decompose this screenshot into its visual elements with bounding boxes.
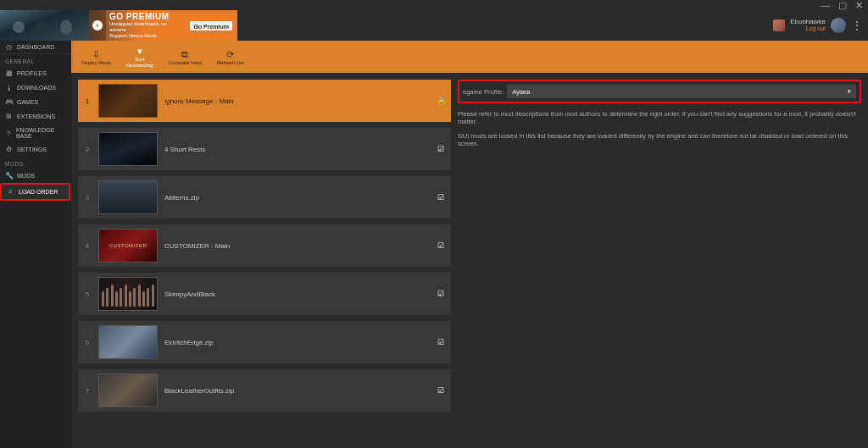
compare-view-button[interactable]: ⧉Compare View: [165, 47, 205, 67]
menu-more-icon[interactable]: ⋮: [851, 19, 861, 32]
mod-name: BlackLeatherOutfits.zip: [164, 387, 429, 395]
main-area: ⇩Deploy Mods ▾SortDescending ⧉Compare Vi…: [71, 41, 868, 448]
user-area: Ebonhawke Log out ⋮: [766, 10, 868, 41]
row-index: 1: [83, 97, 92, 105]
mod-name: AllItems.zip: [164, 194, 429, 202]
sidebar-section-general: GENERAL: [0, 54, 70, 66]
svg-point-1: [13, 21, 25, 33]
help-text-1: Please refer to mod descriptions from mo…: [458, 110, 861, 125]
row-index: 3: [83, 194, 92, 202]
mod-name: Ignore Message - Main: [164, 97, 429, 105]
sidebar-item-extensions[interactable]: ⊞EXTENSIONS: [0, 109, 70, 124]
profile-selector-box: egame Profile: Aylara ▾: [458, 80, 861, 103]
sidebar: ◷ DASHBOARD GENERAL ▦PROFILES ⭳DOWNLOADS…: [0, 41, 71, 448]
refresh-icon: ⟳: [226, 49, 234, 59]
mod-thumbnail: [98, 180, 158, 214]
play-icon[interactable]: [89, 10, 106, 41]
load-order-row[interactable]: 1Ignore Message - Main🔒: [78, 80, 451, 122]
mod-thumbnail: [98, 373, 158, 407]
promo-title: GO PREMIUM: [109, 12, 181, 21]
promo-art: [0, 10, 89, 41]
load-order-row[interactable]: 6EldritchEdge.zip☑: [78, 321, 451, 363]
sidebar-item-mods[interactable]: 🔧MODS: [0, 169, 70, 183]
sidebar-item-knowledge-base[interactable]: ?KNOWLEDGE BASE: [0, 124, 70, 142]
minimize-button[interactable]: —: [821, 0, 830, 10]
user-name: Ebonhawke: [790, 19, 826, 25]
sidebar-item-profiles[interactable]: ▦PROFILES: [0, 66, 70, 80]
sort-icon: ▾: [137, 46, 142, 56]
checkbox[interactable]: ☑: [436, 338, 446, 346]
sidebar-item-dashboard[interactable]: ◷ DASHBOARD: [0, 41, 70, 54]
row-index: 6: [83, 339, 92, 346]
mod-thumbnail: [98, 277, 158, 311]
sidebar-section-mods: MODS: [0, 157, 70, 169]
load-order-row[interactable]: 4CUSTOMIZERCUSTOMIZER - Main☑: [78, 224, 451, 267]
deploy-mods-button[interactable]: ⇩Deploy Mods: [78, 47, 114, 67]
gear-icon: ⚙: [5, 146, 13, 153]
go-premium-button[interactable]: Go Premium: [189, 20, 233, 31]
checkbox[interactable]: ☑: [436, 290, 446, 298]
profile-select[interactable]: Aylara ▾: [507, 85, 856, 98]
row-index: 7: [83, 387, 92, 395]
sidebar-item-games[interactable]: 🎮GAMES: [0, 95, 70, 109]
promo-sub2: Support Nexus Mods: [109, 33, 181, 39]
grid-icon: ▦: [5, 69, 13, 77]
load-order-row[interactable]: 3AllItems.zip☑: [78, 176, 451, 218]
wrench-icon: 🔧: [5, 172, 13, 180]
sidebar-item-downloads[interactable]: ⭳DOWNLOADS: [0, 80, 70, 95]
sidebar-label: DASHBOARD: [17, 44, 54, 50]
header-band: GO PREMIUM Uncapped downloads, no advert…: [0, 10, 868, 41]
toolbar: ⇩Deploy Mods ▾SortDescending ⧉Compare Vi…: [71, 41, 868, 73]
list-icon: ≡: [7, 188, 14, 196]
svg-point-2: [36, 20, 49, 37]
sort-button[interactable]: ▾SortDescending: [123, 44, 157, 69]
sidebar-item-settings[interactable]: ⚙SETTINGS: [0, 142, 70, 157]
user-avatar[interactable]: [831, 18, 846, 33]
profile-label: egame Profile:: [463, 88, 504, 96]
logout-link[interactable]: Log out: [806, 25, 826, 32]
deploy-icon: ⇩: [92, 49, 100, 59]
mod-thumbnail: [98, 325, 158, 359]
premium-promo[interactable]: GO PREMIUM Uncapped downloads, no advert…: [0, 10, 237, 41]
svg-point-3: [60, 19, 72, 35]
load-order-row[interactable]: 7BlackLeatherOutfits.zip☑: [78, 369, 451, 412]
help-text-2: GUI mods are locked in this list because…: [458, 132, 861, 147]
row-index: 4: [83, 242, 92, 250]
checkbox[interactable]: ☑: [436, 193, 446, 202]
promo-text: GO PREMIUM Uncapped downloads, no advert…: [106, 10, 185, 41]
download-icon: ⭳: [5, 84, 13, 91]
lock-icon: 🔒: [436, 97, 446, 105]
mod-name: SkimpyAndBlack: [164, 290, 429, 298]
gamepad-icon: 🎮: [5, 98, 13, 106]
load-order-row[interactable]: 5SkimpyAndBlack☑: [78, 273, 451, 315]
info-pane: egame Profile: Aylara ▾ Please refer to …: [458, 80, 861, 441]
mod-thumbnail: [98, 84, 158, 118]
checkbox[interactable]: ☑: [436, 145, 446, 153]
chevron-down-icon: ▾: [848, 88, 851, 95]
load-order-list: 1Ignore Message - Main🔒24 Short Rests☑3A…: [78, 80, 451, 441]
mod-name: EldritchEdge.zip: [164, 339, 429, 346]
maximize-button[interactable]: ▢: [838, 0, 847, 11]
checkbox[interactable]: ☑: [436, 241, 446, 250]
gauge-icon: ◷: [5, 43, 13, 51]
row-index: 5: [83, 290, 92, 298]
mod-name: 4 Short Rests: [164, 146, 429, 153]
checkbox[interactable]: ☑: [436, 386, 446, 395]
sidebar-item-load-order[interactable]: ≡LOAD ORDER: [0, 183, 70, 201]
load-order-row[interactable]: 24 Short Rests☑: [78, 128, 451, 170]
user-info[interactable]: Ebonhawke Log out: [790, 19, 826, 32]
close-button[interactable]: ✕: [855, 0, 863, 11]
row-index: 2: [83, 146, 92, 153]
help-icon: ?: [5, 130, 12, 137]
mod-name: CUSTOMIZER - Main: [164, 242, 429, 250]
promo-sub1: Uncapped downloads, no adverts: [109, 21, 181, 33]
compare-icon: ⧉: [181, 49, 188, 59]
window-titlebar: — ▢ ✕: [0, 0, 868, 10]
mod-thumbnail: [98, 132, 158, 166]
profile-selected-value: Aylara: [512, 88, 530, 96]
mod-thumbnail: CUSTOMIZER: [98, 229, 158, 263]
puzzle-icon: ⊞: [5, 113, 13, 120]
notification-avatar[interactable]: [773, 19, 785, 31]
refresh-list-button[interactable]: ⟳Refresh List: [214, 47, 248, 67]
